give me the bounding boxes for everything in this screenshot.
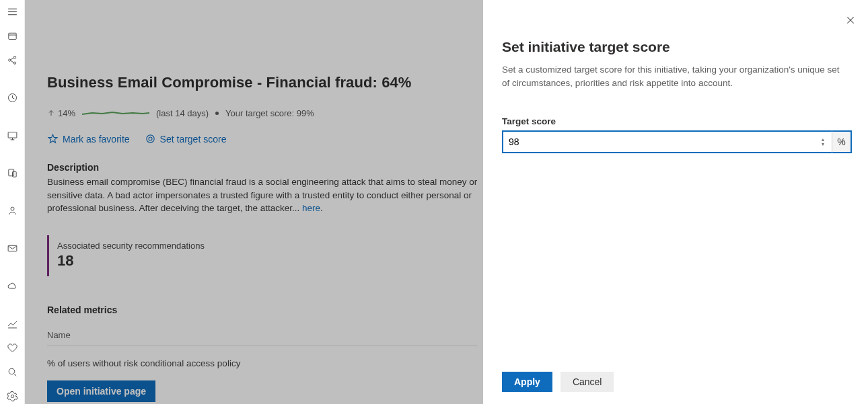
spinner-up[interactable]: ▲ <box>821 137 826 142</box>
svg-point-5 <box>8 58 10 60</box>
left-nav <box>0 0 25 404</box>
mail-icon[interactable] <box>5 241 20 255</box>
panel-title: Set initiative target score <box>502 39 849 55</box>
spinner-down[interactable]: ▼ <box>821 142 826 147</box>
share-icon[interactable] <box>5 52 20 67</box>
heart-icon[interactable] <box>5 340 20 355</box>
close-icon <box>845 15 856 26</box>
search-icon[interactable] <box>5 364 20 379</box>
svg-point-6 <box>13 56 15 58</box>
monitor-icon[interactable] <box>5 128 20 143</box>
settings-icon[interactable] <box>5 389 20 403</box>
close-button[interactable] <box>845 15 856 28</box>
panel-subtitle: Set a customized target score for this i… <box>502 63 849 89</box>
unit-suffix: % <box>832 130 852 153</box>
svg-line-9 <box>10 60 13 63</box>
svg-line-8 <box>10 57 13 59</box>
hamburger-icon[interactable] <box>5 4 20 19</box>
apply-button[interactable]: Apply <box>502 372 552 392</box>
target-score-label: Target score <box>502 116 849 126</box>
device-icon[interactable] <box>5 165 20 180</box>
svg-point-7 <box>13 62 15 64</box>
svg-rect-11 <box>8 132 17 138</box>
svg-line-19 <box>13 373 16 376</box>
svg-rect-3 <box>8 33 15 39</box>
cancel-button[interactable]: Cancel <box>560 372 614 392</box>
svg-rect-17 <box>8 245 17 251</box>
clock-icon[interactable] <box>5 90 20 105</box>
svg-point-18 <box>9 368 15 374</box>
spinner: ▲ ▼ <box>814 130 832 153</box>
svg-point-16 <box>11 207 14 210</box>
svg-point-20 <box>11 395 13 397</box>
cloud-icon[interactable] <box>5 278 20 293</box>
set-target-panel: Set initiative target score Set a custom… <box>483 0 868 404</box>
target-score-input[interactable] <box>502 130 814 153</box>
person-icon[interactable] <box>5 203 20 218</box>
target-score-field: ▲ ▼ % <box>502 130 852 153</box>
box-icon[interactable] <box>5 28 20 43</box>
chart-icon[interactable] <box>5 316 20 331</box>
svg-rect-14 <box>8 169 13 175</box>
